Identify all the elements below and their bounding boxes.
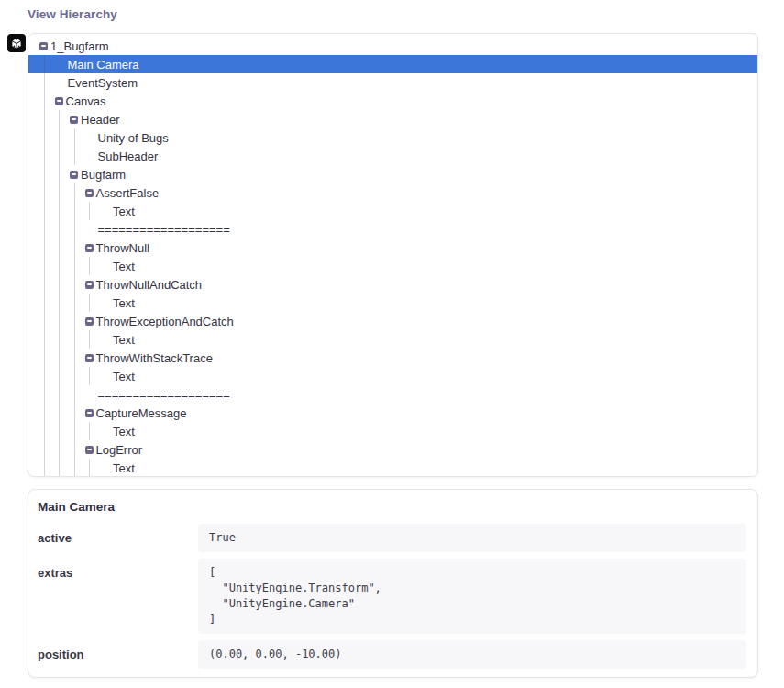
detail-card-inner: Main Camera activeTrueextras[ "UnityEngi… [28, 490, 757, 669]
tree-node-canvas[interactable]: Canvas [28, 92, 757, 110]
page-title: View Hierarchy [28, 7, 117, 21]
collapse-minus-icon[interactable] [55, 97, 63, 105]
unity-logo-glyph [10, 37, 23, 50]
detail-row-label: active [38, 524, 198, 552]
tree-node-separator[interactable]: =================== [28, 220, 757, 239]
tree-indent-guide-line [89, 422, 90, 440]
tree-node-main-camera[interactable]: Main Camera [28, 55, 757, 73]
tree-node-logerror[interactable]: LogError [28, 440, 757, 459]
detail-title: Main Camera [38, 500, 746, 514]
detail-row-position: position(0.00, 0.00, -10.00) [38, 640, 746, 669]
tree-node-text[interactable]: Text [28, 202, 757, 220]
tree-node-throwwithstacktrace[interactable]: ThrowWithStackTrace [28, 349, 757, 367]
tree-indent-guide-line [89, 459, 90, 476]
tree-node-label: ThrowNull [96, 241, 150, 255]
tree-node-bugfarm[interactable]: Bugfarm [28, 165, 757, 183]
tree-node-label: =================== [98, 388, 230, 402]
tree-node-label: Main Camera [68, 58, 139, 72]
collapse-minus-icon[interactable] [85, 317, 94, 326]
detail-row-value: True [198, 524, 746, 552]
tree-node-label: EventSystem [68, 76, 138, 90]
tree-node-label: Unity of Bugs [98, 131, 169, 145]
tree-node-separator[interactable]: =================== [28, 385, 757, 404]
tree-node-text[interactable]: Text [28, 257, 757, 275]
tree-indent-guide-line [89, 294, 90, 312]
detail-row-label: position [38, 640, 198, 669]
tree-node-label: Text [113, 333, 135, 347]
tree-indent-guide-line [89, 257, 90, 275]
tree-node-label: SubHeader [98, 150, 159, 163]
collapse-minus-icon[interactable] [85, 446, 94, 454]
collapse-minus-icon[interactable] [85, 281, 94, 289]
tree-indent-guide-line [59, 110, 60, 476]
tree-node-label: ThrowNullAndCatch [96, 278, 203, 292]
tree-node-text[interactable]: Text [28, 422, 757, 440]
tree-node-capturemessage[interactable]: CaptureMessage [28, 404, 757, 422]
detail-row-active: activeTrue [38, 524, 746, 552]
tree-indent-guide-line [74, 128, 75, 165]
tree-node-1-bugfarm[interactable]: 1_Bugfarm [28, 37, 757, 55]
tree-node-label: Header [81, 113, 120, 127]
tree-node-thrownull[interactable]: ThrowNull [28, 239, 757, 257]
tree-node-label: Text [113, 461, 135, 475]
unity-logo-icon [7, 34, 26, 52]
collapse-minus-icon[interactable] [85, 244, 94, 252]
tree-node-text[interactable]: Text [28, 330, 757, 349]
tree-node-label: 1_Bugfarm [50, 39, 109, 53]
detail-row-value: [ "UnityEngine.Transform", "UnityEngine.… [198, 559, 746, 634]
tree-indent-guide-line [74, 183, 75, 476]
tree-node-label: Canvas [66, 94, 106, 108]
tree-indent-guide-line [44, 55, 45, 476]
collapse-minus-icon[interactable] [39, 42, 48, 50]
tree-node-text[interactable]: Text [28, 459, 757, 477]
detail-row-value: (0.00, 0.00, -10.00) [198, 640, 746, 669]
tree-node-label: Text [113, 260, 135, 273]
tree-node-label: Bugfarm [81, 168, 126, 182]
collapse-minus-icon[interactable] [85, 189, 94, 197]
tree-node-label: Text [113, 370, 135, 383]
tree-node-throwexceptionandcatch[interactable]: ThrowExceptionAndCatch [28, 312, 757, 330]
tree-node-thrownullandcatch[interactable]: ThrowNullAndCatch [28, 275, 757, 294]
tree-rows: 1_BugfarmMain CameraEventSystemCanvasHea… [28, 34, 757, 476]
tree-node-label: ThrowWithStackTrace [96, 351, 213, 365]
tree-node-unity-of-bugs[interactable]: Unity of Bugs [28, 128, 757, 147]
detail-row-extras: extras[ "UnityEngine.Transform", "UnityE… [38, 559, 746, 634]
collapse-minus-icon[interactable] [85, 354, 94, 362]
collapse-minus-icon[interactable] [70, 171, 78, 179]
tree-node-eventsystem[interactable]: EventSystem [28, 73, 757, 92]
tree-node-subheader[interactable]: SubHeader [28, 147, 757, 165]
tree-node-label: CaptureMessage [96, 406, 187, 420]
tree-node-label: LogError [96, 443, 143, 457]
tree-indent-guide-line [89, 202, 90, 220]
detail-row-label: extras [38, 559, 198, 634]
tree-node-text[interactable]: Text [28, 367, 757, 385]
hierarchy-tree-panel[interactable]: 1_BugfarmMain CameraEventSystemCanvasHea… [28, 33, 758, 477]
tree-node-header[interactable]: Header [28, 110, 757, 128]
tree-indent-guide-line [89, 330, 90, 349]
collapse-minus-icon[interactable] [85, 409, 94, 417]
collapse-minus-icon[interactable] [70, 116, 78, 124]
tree-node-text[interactable]: Text [28, 294, 757, 312]
tree-node-label: =================== [98, 223, 230, 237]
tree-node-label: ThrowExceptionAndCatch [96, 315, 234, 328]
detail-card: Main Camera activeTrueextras[ "UnityEngi… [28, 489, 758, 678]
tree-node-assertfalse[interactable]: AssertFalse [28, 183, 757, 202]
tree-node-label: AssertFalse [96, 186, 160, 200]
tree-node-label: Text [113, 205, 135, 218]
tree-node-label: Text [113, 296, 135, 310]
tree-indent-guide-line [89, 367, 90, 385]
tree-node-label: Text [113, 425, 135, 438]
